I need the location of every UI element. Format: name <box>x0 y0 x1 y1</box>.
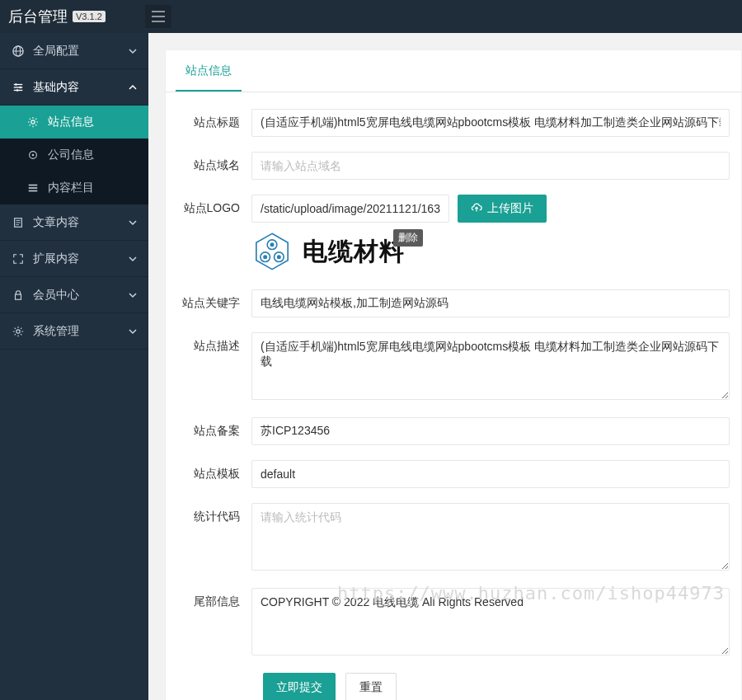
chevron-down-icon <box>129 325 137 338</box>
chevron-up-icon <box>129 81 137 94</box>
sidebar: 全局配置 基础内容 站点信息 公司信息 内容栏目 文章内容 扩展内容 会员中心 … <box>0 33 148 700</box>
svg-rect-16 <box>29 187 38 189</box>
svg-point-10 <box>19 86 21 88</box>
svg-point-28 <box>270 243 273 246</box>
site-icp-input[interactable] <box>251 417 730 445</box>
nav-label: 全局配置 <box>33 44 79 59</box>
nav-article-content[interactable]: 文章内容 <box>0 204 148 241</box>
label-site-domain: 站点域名 <box>177 152 251 173</box>
nav-site-info[interactable]: 站点信息 <box>0 106 148 139</box>
topbar: 后台管理 V3.1.2 <box>0 0 742 33</box>
svg-point-30 <box>278 256 280 258</box>
main-content: 站点信息 站点标题 站点域名 站点LOGO 上传图片 <box>148 33 742 700</box>
nav-system-manage[interactable]: 系统管理 <box>0 313 148 350</box>
nav-label: 会员中心 <box>33 288 79 303</box>
nav-extended-content[interactable]: 扩展内容 <box>0 241 148 277</box>
nav-label: 系统管理 <box>33 324 79 339</box>
globe-icon <box>12 45 25 57</box>
logo-preview: 电缆材料 删除 <box>251 231 405 272</box>
site-domain-input[interactable] <box>251 152 730 180</box>
gear-icon <box>12 326 25 337</box>
site-template-input[interactable] <box>251 460 730 488</box>
delete-logo-button[interactable]: 删除 <box>393 229 423 247</box>
chevron-down-icon <box>129 289 137 302</box>
label-site-desc: 站点描述 <box>177 332 251 354</box>
nav-label: 公司信息 <box>48 148 94 162</box>
nav-label: 基础内容 <box>33 80 79 95</box>
chevron-down-icon <box>129 252 137 265</box>
doc-icon <box>12 217 25 228</box>
menu-toggle-button[interactable] <box>145 5 171 28</box>
svg-rect-15 <box>29 185 38 186</box>
label-site-icp: 站点备案 <box>177 417 251 439</box>
svg-point-9 <box>15 83 17 86</box>
label-site-title: 站点标题 <box>177 109 251 130</box>
site-desc-textarea[interactable] <box>251 332 730 400</box>
lock-icon <box>12 289 25 301</box>
nav-label: 扩展内容 <box>33 251 79 266</box>
nav-label: 内容栏目 <box>48 181 94 195</box>
chevron-down-icon <box>129 45 137 58</box>
sliders-icon <box>12 82 25 93</box>
crosshair-icon <box>26 149 40 161</box>
nav-company-info[interactable]: 公司信息 <box>0 139 148 171</box>
svg-point-12 <box>31 120 35 124</box>
form-card: 站点信息 站点标题 站点域名 站点LOGO 上传图片 <box>165 49 742 700</box>
tab-site-info[interactable]: 站点信息 <box>176 50 242 92</box>
nav-content-columns[interactable]: 内容栏目 <box>0 171 148 204</box>
svg-point-11 <box>16 89 19 92</box>
hamburger-icon <box>152 11 165 22</box>
svg-rect-22 <box>16 294 21 299</box>
stats-code-textarea[interactable] <box>251 503 730 571</box>
upload-label: 上传图片 <box>487 201 533 216</box>
nav-basic-content[interactable]: 基础内容 <box>0 69 148 106</box>
upload-image-button[interactable]: 上传图片 <box>458 195 547 223</box>
version-badge: V3.1.2 <box>73 11 106 22</box>
nav-member-center[interactable]: 会员中心 <box>0 277 148 313</box>
brand: 后台管理 <box>8 7 68 26</box>
cloud-upload-icon <box>471 203 482 214</box>
svg-rect-1 <box>152 16 165 17</box>
site-info-form: 站点标题 站点域名 站点LOGO 上传图片 <box>166 92 741 700</box>
submit-button[interactable]: 立即提交 <box>263 673 336 700</box>
label-footer-info: 尾部信息 <box>177 588 251 609</box>
gear-icon <box>26 116 40 128</box>
tabs: 站点信息 <box>166 50 741 92</box>
chevron-down-icon <box>129 216 137 229</box>
svg-rect-17 <box>29 190 38 192</box>
reset-button[interactable]: 重置 <box>345 673 397 700</box>
logo-text: 电缆材料 <box>303 235 405 269</box>
site-title-input[interactable] <box>251 109 730 137</box>
site-keywords-input[interactable] <box>251 289 730 317</box>
nav-label: 文章内容 <box>33 215 79 230</box>
svg-point-14 <box>32 154 35 157</box>
nav-global-config[interactable]: 全局配置 <box>0 33 148 69</box>
expand-icon <box>12 253 25 265</box>
label-site-logo: 站点LOGO <box>177 195 251 216</box>
svg-rect-2 <box>152 21 165 22</box>
site-logo-path-input[interactable] <box>251 195 449 223</box>
svg-rect-0 <box>152 11 165 12</box>
footer-info-textarea[interactable] <box>251 588 730 655</box>
svg-point-23 <box>16 329 20 332</box>
label-site-keywords: 站点关键字 <box>177 289 251 311</box>
list-icon <box>26 182 40 194</box>
label-stats-code: 统计代码 <box>177 503 251 524</box>
svg-marker-24 <box>256 233 288 269</box>
svg-point-29 <box>264 256 266 258</box>
label-site-template: 站点模板 <box>177 460 251 482</box>
nav-label: 站点信息 <box>48 115 94 129</box>
logo-image <box>251 231 293 272</box>
